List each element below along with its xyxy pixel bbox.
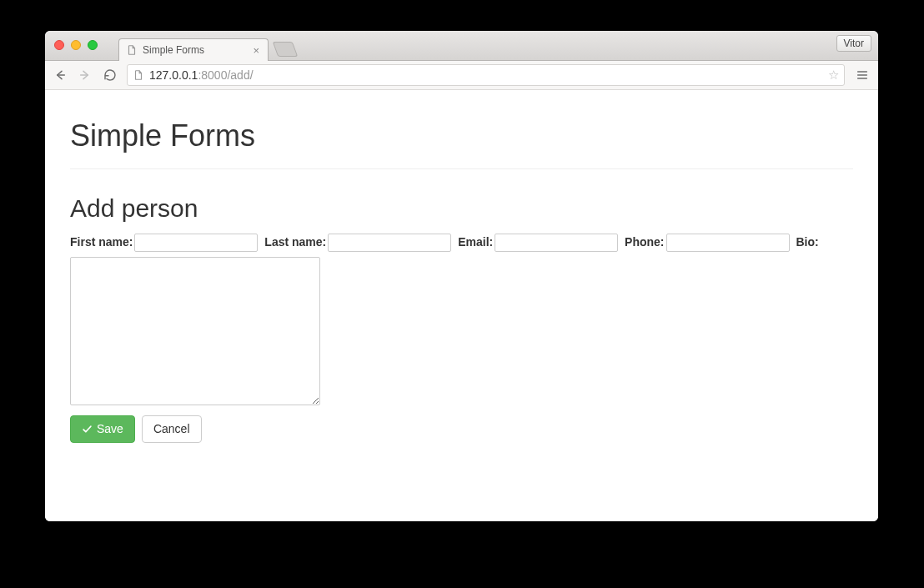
url-host: 127.0.0.1: [149, 68, 198, 82]
site-icon: [133, 69, 144, 81]
url-rest: :8000/add/: [198, 68, 253, 82]
email-input[interactable]: [495, 234, 618, 252]
bookmark-star-icon[interactable]: ☆: [828, 68, 839, 83]
last-name-label: Last name:: [264, 235, 326, 249]
browser-tab[interactable]: Simple Forms ×: [118, 38, 269, 61]
hamburger-menu-icon[interactable]: [853, 66, 871, 84]
cancel-button[interactable]: Cancel: [142, 415, 202, 443]
maximize-window-button[interactable]: [88, 40, 98, 50]
check-icon: [82, 424, 93, 435]
cancel-button-label: Cancel: [153, 422, 190, 436]
page-title: Simple Forms: [70, 118, 853, 153]
browser-window: Simple Forms × Vitor 127.0.0.1:800: [45, 31, 878, 521]
user-badge[interactable]: Vitor: [836, 35, 871, 52]
phone-label: Phone:: [625, 235, 664, 249]
form-fields: First name: Last name: Email: Phone: Bio…: [70, 233, 853, 405]
save-button[interactable]: Save: [70, 415, 135, 443]
address-bar[interactable]: 127.0.0.1:8000/add/ ☆: [127, 64, 845, 86]
page-content: Simple Forms Add person First name: Last…: [45, 90, 878, 521]
back-button[interactable]: [52, 67, 68, 83]
page-header: Simple Forms: [70, 118, 853, 169]
toolbar: 127.0.0.1:8000/add/ ☆: [45, 61, 878, 90]
url-text: 127.0.0.1:8000/add/: [149, 68, 823, 82]
bio-label: Bio:: [796, 235, 818, 249]
save-button-label: Save: [97, 422, 123, 436]
section-title: Add person: [70, 194, 853, 223]
last-name-input[interactable]: [328, 234, 451, 252]
first-name-label: First name:: [70, 235, 133, 249]
forward-button[interactable]: [77, 67, 93, 83]
close-tab-icon[interactable]: ×: [251, 44, 261, 57]
window-controls: [54, 40, 98, 50]
email-label: Email:: [458, 235, 493, 249]
new-tab-button[interactable]: [273, 42, 299, 57]
bio-textarea[interactable]: [70, 257, 320, 405]
tab-title: Simple Forms: [143, 44, 246, 56]
page-icon: [126, 44, 138, 56]
tab-strip: Simple Forms ×: [118, 31, 295, 60]
close-window-button[interactable]: [54, 40, 64, 50]
add-person-form: First name: Last name: Email: Phone: Bio…: [70, 233, 853, 443]
minimize-window-button[interactable]: [71, 40, 81, 50]
reload-button[interactable]: [102, 67, 118, 83]
titlebar: Simple Forms × Vitor: [45, 31, 878, 61]
first-name-input[interactable]: [134, 234, 258, 252]
phone-input[interactable]: [666, 234, 790, 252]
form-actions: Save Cancel: [70, 415, 853, 443]
